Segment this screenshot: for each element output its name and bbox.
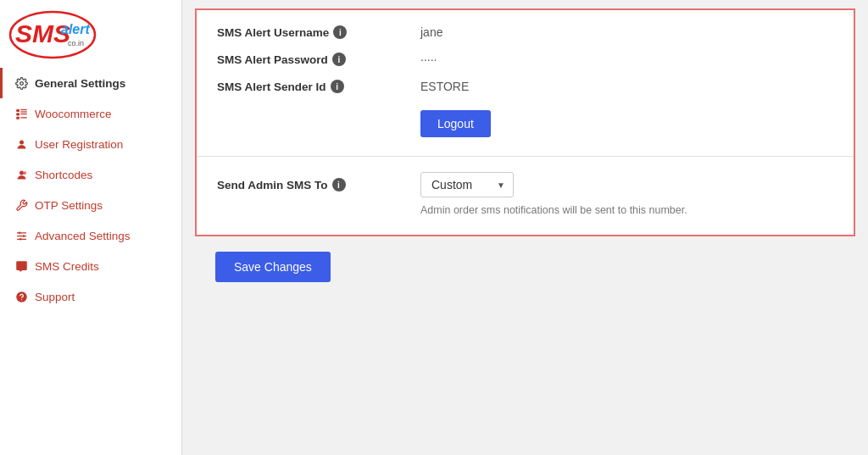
sidebar-item-support[interactable]: Support — [0, 281, 181, 312]
sidebar-item-label-support: Support — [35, 291, 75, 303]
main-content: SMS Alert Username i jane SMS Alert Pass… — [182, 0, 868, 455]
save-changes-button[interactable]: Save Changes — [215, 252, 331, 282]
sidebar-item-general-settings[interactable]: General Settings — [0, 68, 181, 98]
sidebar-item-label-woo: Woocommerce — [35, 108, 112, 120]
send-admin-info-icon[interactable]: i — [332, 178, 346, 191]
svg-text:alert: alert — [61, 22, 90, 36]
svg-point-22 — [20, 299, 21, 300]
content-box: SMS Alert Username i jane SMS Alert Pass… — [195, 8, 855, 236]
sidebar-item-label-general: General Settings — [35, 77, 125, 90]
svg-rect-8 — [16, 113, 19, 115]
svg-rect-11 — [20, 117, 27, 118]
sidebar-item-sms-credits[interactable]: SMS Credits — [0, 251, 181, 281]
password-info-icon[interactable]: i — [332, 53, 346, 66]
svg-point-12 — [19, 140, 24, 144]
shortcode-icon — [14, 168, 28, 181]
svg-point-14 — [23, 171, 26, 175]
sidebar-item-label-otp: OTP Settings — [35, 199, 103, 212]
sidebar-item-user-registration[interactable]: User Registration — [0, 129, 181, 159]
logout-button[interactable]: Logout — [420, 110, 491, 137]
password-row: SMS Alert Password i ····· — [217, 53, 833, 66]
send-admin-dropdown-wrapper: Custom Admin Other ▼ — [420, 172, 514, 197]
sidebar-item-shortcodes[interactable]: Shortcodes — [0, 159, 181, 190]
wrench-icon — [14, 198, 28, 212]
username-value: jane — [420, 25, 442, 39]
username-row: SMS Alert Username i jane — [217, 25, 833, 39]
gear-icon — [14, 76, 28, 90]
sidebar-item-label-shortcodes: Shortcodes — [35, 169, 92, 181]
username-info-icon[interactable]: i — [333, 25, 347, 39]
sidebar: SMS alert co.in General Settings — [0, 0, 182, 455]
svg-rect-9 — [20, 113, 27, 114]
send-admin-row: Send Admin SMS To i Custom Admin Other ▼ — [217, 172, 833, 197]
logo-svg: SMS alert co.in — [8, 10, 97, 59]
credentials-section: SMS Alert Username i jane SMS Alert Pass… — [197, 10, 854, 157]
admin-note: Admin order sms notifications will be se… — [420, 204, 833, 216]
svg-point-4 — [19, 81, 23, 85]
logo-area: SMS alert co.in — [0, 0, 181, 68]
list-icon — [14, 107, 28, 120]
username-label: SMS Alert Username i — [217, 25, 420, 39]
senderid-value: ESTORE — [420, 80, 469, 93]
svg-point-19 — [22, 235, 25, 237]
password-label: SMS Alert Password i — [217, 53, 420, 66]
logout-row: Logout — [217, 107, 833, 137]
sidebar-item-label-advanced: Advanced Settings — [35, 230, 131, 242]
sidebar-item-woocommerce[interactable]: Woocommerce — [0, 98, 181, 129]
svg-point-18 — [18, 231, 20, 234]
send-admin-label: Send Admin SMS To i — [217, 178, 420, 191]
svg-rect-6 — [20, 108, 27, 109]
speech-bubble-icon — [14, 259, 28, 273]
save-area: Save Changes — [195, 236, 855, 297]
sidebar-item-label-sms-credits: SMS Credits — [35, 260, 99, 273]
svg-rect-5 — [16, 108, 19, 111]
user-icon — [14, 137, 28, 151]
senderid-info-icon[interactable]: i — [331, 80, 344, 93]
svg-point-20 — [19, 238, 22, 241]
sidebar-item-otp-settings[interactable]: OTP Settings — [0, 190, 181, 220]
sidebar-item-advanced-settings[interactable]: Advanced Settings — [0, 220, 181, 251]
senderid-row: SMS Alert Sender Id i ESTORE — [217, 80, 833, 93]
svg-rect-10 — [16, 116, 19, 119]
logo: SMS alert co.in — [8, 10, 97, 59]
sidebar-item-label-user-reg: User Registration — [35, 138, 123, 151]
svg-text:co.in: co.in — [68, 39, 84, 47]
senderid-label: SMS Alert Sender Id i — [217, 80, 420, 93]
sliders-icon — [14, 229, 28, 242]
question-icon — [14, 290, 28, 303]
svg-rect-7 — [20, 111, 27, 112]
password-value: ····· — [420, 53, 437, 66]
svg-point-13 — [19, 170, 24, 175]
send-admin-section: Send Admin SMS To i Custom Admin Other ▼… — [197, 157, 854, 235]
send-admin-dropdown[interactable]: Custom Admin Other — [420, 172, 514, 197]
